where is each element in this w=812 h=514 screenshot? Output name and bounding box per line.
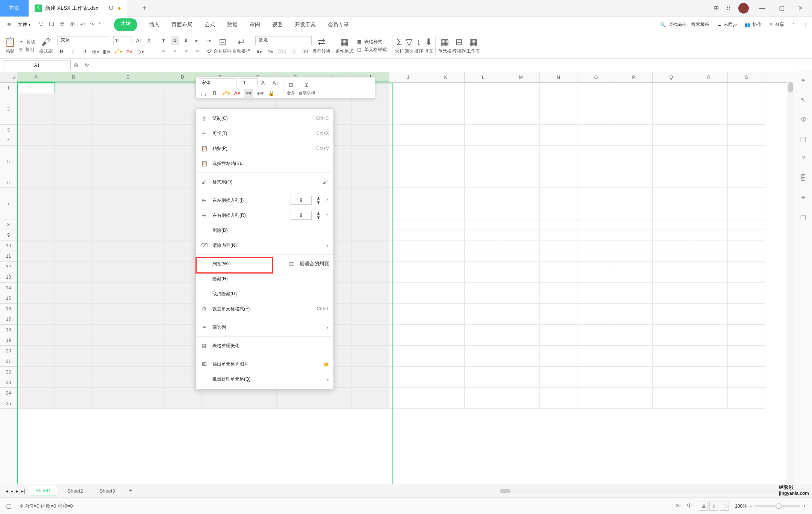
cell[interactable] <box>615 283 653 293</box>
check-icon[interactable]: ✓ <box>325 213 329 218</box>
cell[interactable] <box>55 240 92 251</box>
cell[interactable] <box>615 83 653 93</box>
cell[interactable] <box>502 377 540 388</box>
ctx-export-image[interactable]: 🖼输出单元格为图片👑 <box>196 357 333 372</box>
bold-button[interactable]: B <box>58 47 66 56</box>
cell[interactable] <box>55 367 92 377</box>
cell[interactable] <box>653 367 690 377</box>
cell[interactable] <box>728 325 765 335</box>
cell[interactable] <box>540 272 577 283</box>
mini-border[interactable]: ⊞▾ <box>255 89 264 98</box>
cell[interactable] <box>465 93 502 125</box>
ctx-filter-column[interactable]: ⫧筛选列▸ <box>196 320 333 335</box>
cell[interactable] <box>55 335 92 346</box>
insert-left-count[interactable] <box>291 196 312 205</box>
cell[interactable] <box>92 262 164 272</box>
cell[interactable] <box>427 83 465 93</box>
cell[interactable] <box>17 335 55 346</box>
column-header-S[interactable]: S <box>728 72 765 82</box>
cell[interactable] <box>502 272 540 283</box>
cell[interactable] <box>92 219 164 230</box>
cell[interactable] <box>17 177 55 188</box>
cell[interactable] <box>540 377 577 388</box>
cell[interactable] <box>352 125 389 135</box>
tab-data[interactable]: 数据 <box>227 18 238 31</box>
cell[interactable] <box>615 93 653 125</box>
sheet-tab-3[interactable]: Sheet3 <box>94 486 121 496</box>
cell[interactable] <box>540 230 577 240</box>
cell[interactable] <box>615 135 653 146</box>
cell[interactable] <box>615 304 653 314</box>
cell[interactable] <box>577 346 615 356</box>
cell[interactable] <box>615 240 653 251</box>
cell[interactable] <box>502 93 540 125</box>
cell[interactable] <box>465 262 502 272</box>
column-header-C[interactable]: C <box>92 72 164 82</box>
cell[interactable] <box>55 283 92 293</box>
cell[interactable] <box>352 135 389 146</box>
row-header-12[interactable]: 12 <box>0 262 17 272</box>
cell[interactable] <box>502 219 540 230</box>
currency-icon[interactable]: ¥▾ <box>255 47 264 56</box>
cell[interactable] <box>427 146 465 177</box>
cell[interactable] <box>540 304 577 314</box>
vertical-scrollbar[interactable] <box>787 81 794 484</box>
cell[interactable] <box>653 125 690 135</box>
cell[interactable] <box>239 398 277 409</box>
cell[interactable] <box>352 177 389 188</box>
cell[interactable] <box>465 83 502 93</box>
cell[interactable] <box>690 219 728 230</box>
cell[interactable] <box>17 230 55 240</box>
cell[interactable] <box>728 304 765 314</box>
column-header-P[interactable]: P <box>615 72 653 82</box>
cell[interactable] <box>615 335 653 346</box>
grid-body[interactable] <box>17 83 812 409</box>
cell[interactable] <box>728 262 765 272</box>
cell[interactable] <box>577 240 615 251</box>
cell[interactable] <box>352 325 389 335</box>
cell[interactable] <box>690 125 728 135</box>
cell[interactable] <box>55 230 92 240</box>
cell[interactable] <box>577 135 615 146</box>
row-header-10[interactable]: 10 <box>0 240 17 251</box>
cell[interactable] <box>55 356 92 367</box>
cell[interactable] <box>615 262 653 272</box>
cell[interactable] <box>314 398 352 409</box>
cell[interactable] <box>728 93 765 125</box>
cell[interactable] <box>690 377 728 388</box>
tab-insert[interactable]: 插入 <box>149 18 159 31</box>
row-header-6[interactable]: 6 <box>0 177 17 188</box>
sheet-tab-2[interactable]: Sheet2 <box>61 486 89 496</box>
cell[interactable] <box>577 177 615 188</box>
cell[interactable] <box>17 304 55 314</box>
cell[interactable] <box>653 240 690 251</box>
cell[interactable] <box>389 146 427 177</box>
cell[interactable] <box>389 240 427 251</box>
cell[interactable] <box>427 219 465 230</box>
cell[interactable] <box>164 398 201 409</box>
cell[interactable] <box>728 398 765 409</box>
cell[interactable] <box>615 272 653 283</box>
cell[interactable] <box>352 388 389 398</box>
cell[interactable] <box>615 219 653 230</box>
cell[interactable] <box>728 177 765 188</box>
sum-button[interactable]: Σ求和 <box>395 37 404 54</box>
column-header-K[interactable]: K <box>427 72 465 82</box>
cell[interactable] <box>17 346 55 356</box>
cell[interactable] <box>728 335 765 346</box>
cell[interactable] <box>502 230 540 240</box>
cell[interactable] <box>615 356 653 367</box>
horizontal-scrollbar[interactable] <box>499 488 807 494</box>
align-bottom-icon[interactable]: ⬇ <box>182 36 190 45</box>
next-sheet-icon[interactable]: ▸ <box>16 488 18 494</box>
cell[interactable] <box>389 83 427 93</box>
cell[interactable] <box>465 398 502 409</box>
cell[interactable] <box>653 272 690 283</box>
cell[interactable] <box>427 304 465 314</box>
cell[interactable] <box>427 125 465 135</box>
cell[interactable] <box>465 325 502 335</box>
cell[interactable] <box>653 335 690 346</box>
cell[interactable] <box>653 230 690 240</box>
cell[interactable] <box>465 177 502 188</box>
cell[interactable] <box>92 356 164 367</box>
